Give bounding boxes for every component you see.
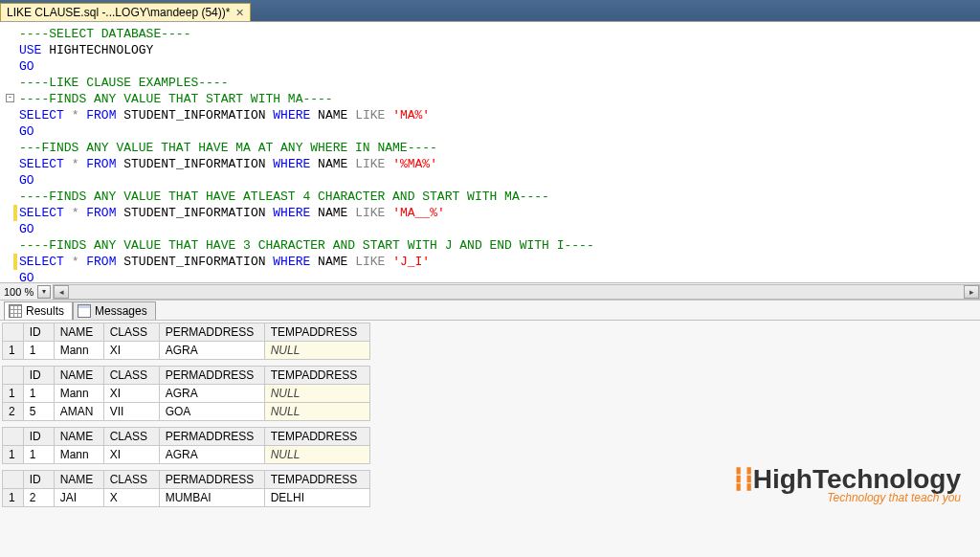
row-header[interactable]: 2 [3,403,24,421]
column-header[interactable]: CLASS [103,471,159,489]
code-line: GO [19,221,978,237]
results-grid[interactable]: IDNAMECLASSPERMADDRESSTEMPADDRESS12JAIXM… [2,470,370,507]
results-pane: ┇┇HighTechnology Technology that teach y… [0,321,980,557]
cell[interactable]: GOA [159,403,264,421]
cell[interactable]: Mann [54,446,103,464]
results-grid[interactable]: IDNAMECLASSPERMADDRESSTEMPADDRESS11MannX… [2,366,370,421]
results-grid[interactable]: IDNAMECLASSPERMADDRESSTEMPADDRESS11MannX… [2,323,370,360]
column-header[interactable]: TEMPADDRESS [264,323,369,342]
document-tab[interactable]: LIKE CLAUSE.sql -...LOGY\mandeep (54))* … [0,3,251,21]
column-header[interactable]: NAME [54,471,103,489]
code-line: SELECT * FROM STUDENT_INFORMATION WHERE … [19,205,978,221]
column-header[interactable]: ID [23,471,54,489]
column-header[interactable]: PERMADDRESS [159,471,264,489]
watermark-tagline: Technology that teach you [732,491,961,504]
column-header[interactable]: ID [23,323,54,342]
cell[interactable]: AGRA [159,342,264,360]
messages-icon [78,304,91,318]
cell[interactable]: Mann [54,385,103,403]
table-row[interactable]: 11MannXIAGRANULL [3,342,370,360]
editor-statusbar: 100 % ▾ ◂ ▸ [0,282,980,300]
cell[interactable]: XI [103,342,159,360]
cell[interactable]: DELHI [264,489,369,507]
cell[interactable]: MUMBAI [159,489,264,507]
cell[interactable]: NULL [264,385,369,403]
column-header[interactable]: CLASS [103,323,159,342]
results-grid[interactable]: IDNAMECLASSPERMADDRESSTEMPADDRESS11MannX… [2,427,370,464]
column-header[interactable]: ID [23,367,54,385]
tab-messages-label: Messages [95,304,147,318]
column-header[interactable]: PERMADDRESS [159,367,264,385]
tab-messages[interactable]: Messages [73,301,156,320]
code-line: GO [19,58,978,75]
cell[interactable]: 2 [23,489,54,507]
watermark-logo: ┇┇HighTechnology Technology that teach y… [732,464,961,504]
grid-icon [9,304,22,318]
column-header[interactable]: CLASS [103,367,159,385]
code-line: ----SELECT DATABASE---- [19,26,978,42]
tab-results[interactable]: Results [4,301,73,320]
cell[interactable]: 1 [23,446,54,464]
code-line: GO [19,123,978,140]
column-header[interactable]: TEMPADDRESS [264,428,369,446]
cell[interactable]: NULL [264,403,369,421]
column-header[interactable]: TEMPADDRESS [264,367,369,385]
code-line: ---FINDS ANY VALUE THAT HAVE MA AT ANY W… [19,140,978,156]
scroll-right-icon[interactable]: ▸ [964,285,979,299]
document-tabbar: LIKE CLAUSE.sql -...LOGY\mandeep (54))* … [0,0,980,21]
zoom-dropdown[interactable]: ▾ [37,285,51,299]
table-row[interactable]: 12JAIXMUMBAIDELHI [3,489,370,507]
close-icon[interactable]: ✕ [235,7,244,19]
column-header[interactable]: ID [23,428,54,446]
code-line: ----FINDS ANY VALUE THAT HAVE 3 CHARACTE… [19,237,978,254]
tab-results-label: Results [26,304,64,318]
table-row[interactable]: 25AMANVIIGOANULL [3,403,370,421]
cell[interactable]: XI [103,385,159,403]
cell[interactable]: 1 [23,385,54,403]
cell[interactable]: NULL [264,342,369,360]
change-marker [13,205,17,221]
results-tabbar: Results Messages [0,300,980,321]
cell[interactable]: AGRA [159,446,264,464]
table-row[interactable]: 11MannXIAGRANULL [3,385,370,403]
horizontal-scrollbar[interactable]: ◂ ▸ [53,284,980,300]
cell[interactable]: AGRA [159,385,264,403]
cell[interactable]: X [103,489,159,507]
code-line: GO [19,270,978,282]
document-tab-title: LIKE CLAUSE.sql -...LOGY\mandeep (54))* [7,6,230,19]
code-line: ----FINDS ANY VALUE THAT START WITH MA--… [19,91,978,107]
column-header[interactable]: NAME [54,367,103,385]
row-header[interactable]: 1 [3,446,24,464]
code-line: USE HIGHTECHNOLOGY [19,42,978,58]
cell[interactable]: JAI [54,489,103,507]
watermark-brand: HighTechnology [753,464,961,494]
zoom-level: 100 % [0,286,37,298]
column-header[interactable]: NAME [54,323,103,342]
fold-minus-icon[interactable]: - [6,94,14,102]
code-line: ----FINDS ANY VALUE THAT HAVE ATLEAST 4 … [19,189,978,205]
column-header[interactable]: PERMADDRESS [159,323,264,342]
code-line: GO [19,172,978,189]
row-header[interactable]: 1 [3,489,24,507]
code-line: SELECT * FROM STUDENT_INFORMATION WHERE … [19,107,978,123]
code-line: ----LIKE CLAUSE EXAMPLES---- [19,75,978,91]
sql-editor[interactable]: ----SELECT DATABASE----USE HIGHTECHNOLOG… [0,22,980,282]
column-header[interactable]: PERMADDRESS [159,428,264,446]
row-header[interactable]: 1 [3,385,24,403]
row-header[interactable]: 1 [3,342,24,360]
column-header[interactable]: CLASS [103,428,159,446]
table-row[interactable]: 11MannXIAGRANULL [3,446,370,464]
cell[interactable]: 1 [23,342,54,360]
cell[interactable]: VII [103,403,159,421]
cell[interactable]: XI [103,446,159,464]
cell[interactable]: 5 [23,403,54,421]
column-header[interactable]: TEMPADDRESS [264,471,369,489]
cell[interactable]: NULL [264,446,369,464]
change-marker [13,254,17,270]
code-line: SELECT * FROM STUDENT_INFORMATION WHERE … [19,254,978,270]
scroll-left-icon[interactable]: ◂ [54,285,69,299]
cell[interactable]: Mann [54,342,103,360]
column-header[interactable]: NAME [54,428,103,446]
sql-editor-pane: ----SELECT DATABASE----USE HIGHTECHNOLOG… [0,21,980,282]
cell[interactable]: AMAN [54,403,103,421]
